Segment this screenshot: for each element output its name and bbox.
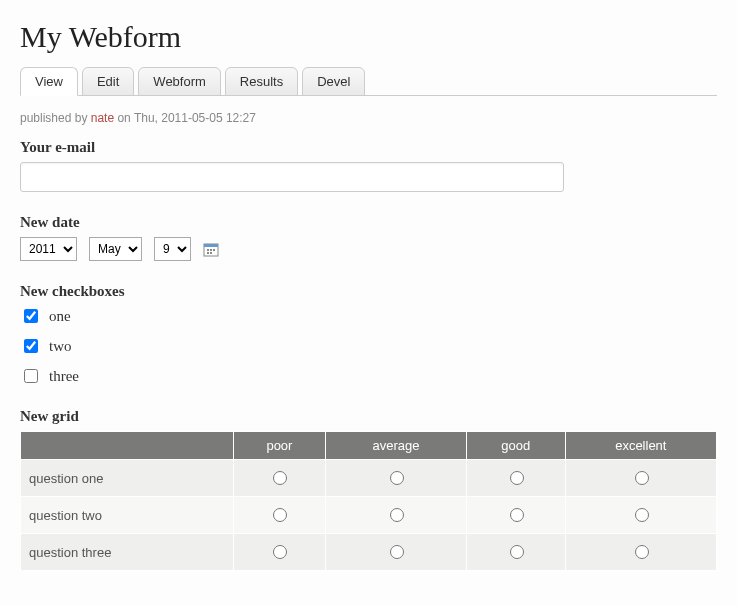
- grid-radio[interactable]: [510, 471, 524, 485]
- grid-radio[interactable]: [635, 508, 649, 522]
- grid-radio[interactable]: [273, 471, 287, 485]
- date-label: New date: [20, 214, 717, 231]
- grid-radio[interactable]: [390, 508, 404, 522]
- email-input[interactable]: [20, 162, 564, 192]
- grid-radio[interactable]: [390, 471, 404, 485]
- date-field-wrapper: New date 2011 May 9: [20, 214, 717, 261]
- svg-rect-3: [210, 249, 212, 251]
- svg-rect-2: [207, 249, 209, 251]
- checkbox-label: one: [49, 308, 71, 325]
- tab-devel[interactable]: Devel: [302, 67, 365, 96]
- meta-prefix: published by: [20, 111, 91, 125]
- checkbox-item-one[interactable]: one: [20, 306, 717, 326]
- table-row: question one: [21, 460, 717, 497]
- grid-table: poor average good excellent question one…: [20, 431, 717, 571]
- grid-radio[interactable]: [273, 545, 287, 559]
- grid-wrapper: New grid poor average good excellent que…: [20, 408, 717, 571]
- grid-header: good: [467, 432, 566, 460]
- svg-rect-6: [210, 252, 212, 254]
- checkbox-three[interactable]: [24, 369, 38, 383]
- grid-row-label: question three: [21, 534, 234, 571]
- email-field-wrapper: Your e-mail: [20, 139, 717, 192]
- date-month-select[interactable]: May: [89, 237, 142, 261]
- table-row: question two: [21, 497, 717, 534]
- author-link[interactable]: nate: [91, 111, 114, 125]
- email-label: Your e-mail: [20, 139, 717, 156]
- checkbox-item-two[interactable]: two: [20, 336, 717, 356]
- table-row: question three: [21, 534, 717, 571]
- grid-radio[interactable]: [635, 471, 649, 485]
- grid-radio[interactable]: [390, 545, 404, 559]
- page-title: My Webform: [20, 20, 717, 54]
- checkboxes-wrapper: New checkboxes one two three: [20, 283, 717, 386]
- grid-radio[interactable]: [273, 508, 287, 522]
- checkbox-label: three: [49, 368, 79, 385]
- tab-webform[interactable]: Webform: [138, 67, 221, 96]
- publish-meta: published by nate on Thu, 2011-05-05 12:…: [20, 111, 717, 125]
- grid-header: average: [325, 432, 466, 460]
- grid-label: New grid: [20, 408, 717, 425]
- checkbox-label: two: [49, 338, 72, 355]
- grid-row-label: question two: [21, 497, 234, 534]
- grid-row-label: question one: [21, 460, 234, 497]
- tabs: View Edit Webform Results Devel: [20, 66, 717, 96]
- checkbox-two[interactable]: [24, 339, 38, 353]
- grid-radio[interactable]: [635, 545, 649, 559]
- grid-radio[interactable]: [510, 545, 524, 559]
- tab-results[interactable]: Results: [225, 67, 298, 96]
- meta-suffix: on Thu, 2011-05-05 12:27: [114, 111, 256, 125]
- grid-header-empty: [21, 432, 234, 460]
- checkboxes-label: New checkboxes: [20, 283, 717, 300]
- date-day-select[interactable]: 9: [154, 237, 191, 261]
- svg-rect-1: [204, 244, 218, 247]
- grid-header: excellent: [565, 432, 716, 460]
- date-year-select[interactable]: 2011: [20, 237, 77, 261]
- grid-radio[interactable]: [510, 508, 524, 522]
- calendar-icon[interactable]: [203, 241, 219, 257]
- checkbox-item-three[interactable]: three: [20, 366, 717, 386]
- tab-edit[interactable]: Edit: [82, 67, 134, 96]
- svg-rect-4: [213, 249, 215, 251]
- grid-header: poor: [234, 432, 326, 460]
- checkbox-one[interactable]: [24, 309, 38, 323]
- svg-rect-5: [207, 252, 209, 254]
- tab-view[interactable]: View: [20, 67, 78, 96]
